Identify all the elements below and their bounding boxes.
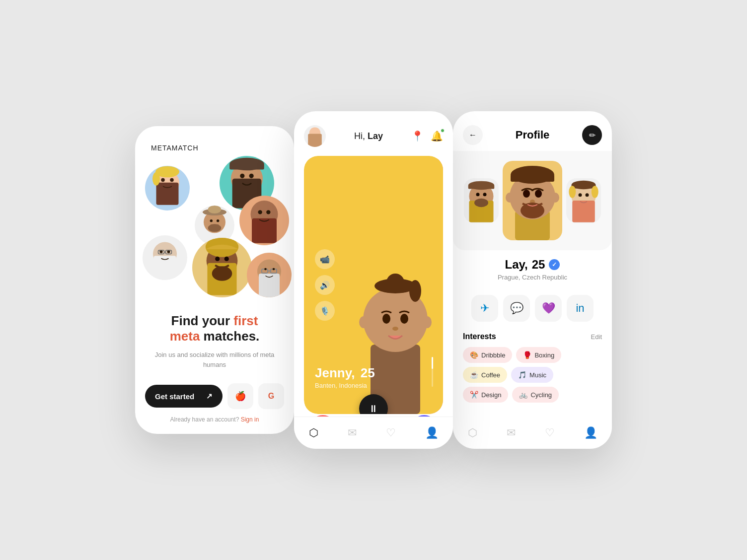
svg-point-11: [249, 174, 254, 178]
avatar-4: [239, 196, 289, 245]
edit-button[interactable]: ✏: [582, 125, 602, 145]
headline-first: first: [233, 313, 258, 328]
nav-heart-icon[interactable]: ♡: [386, 426, 396, 439]
svg-rect-57: [468, 185, 495, 189]
profile-title: Profile: [516, 129, 549, 141]
signin-prompt: Already have an account? Sign in: [135, 416, 294, 423]
music-icon: 🎵: [518, 371, 526, 379]
interest-coffee[interactable]: ☕ Coffee: [463, 367, 507, 383]
interests-title: Interests: [463, 332, 496, 341]
interest-dribbble[interactable]: 🎨 Dribbble: [463, 347, 512, 363]
get-started-label: Get started: [155, 392, 194, 401]
telegram-button[interactable]: ✈: [471, 295, 498, 322]
user-avatar-small: [304, 125, 326, 147]
profile-avatar-left: [464, 178, 499, 223]
match-card[interactable]: 📹 🔊 🎙️: [304, 156, 443, 414]
avatars-area: [135, 156, 294, 305]
subtext: Join us and socialize with millions of m…: [150, 350, 279, 369]
design-label: Design: [481, 391, 501, 399]
svg-point-52: [359, 316, 368, 328]
coffee-label: Coffee: [481, 371, 500, 379]
audio-control[interactable]: 🔊: [315, 275, 335, 295]
messenger-button[interactable]: 💜: [535, 295, 562, 322]
nav-home-icon-p3[interactable]: ⬡: [468, 426, 477, 439]
app-logo: METAMATCH: [151, 144, 199, 152]
svg-point-10: [240, 174, 244, 178]
svg-point-41: [273, 268, 275, 271]
video-control[interactable]: 📹: [315, 249, 335, 269]
nav-message-icon-p3[interactable]: ✉: [507, 426, 516, 439]
interests-grid: 🎨 Dribbble 🥊 Boxing ☕ Coffee 🎵 Music ✂️: [463, 347, 602, 403]
interest-cycling[interactable]: 🚲 Cycling: [512, 387, 559, 403]
svg-point-76: [592, 186, 598, 198]
svg-point-17: [208, 224, 222, 232]
boxing-label: Boxing: [534, 351, 554, 359]
nav-message-icon[interactable]: ✉: [348, 426, 357, 439]
profile-socials: ✈ 💬 💜 in: [463, 295, 602, 322]
discord-button[interactable]: 💬: [503, 295, 530, 322]
apple-login-button[interactable]: 🍎: [227, 383, 253, 409]
greeting-name: Lay: [368, 131, 383, 141]
cycling-icon: 🚲: [519, 391, 527, 399]
match-location: Banten, Indonesia: [315, 382, 375, 389]
svg-point-50: [400, 314, 408, 324]
dribbble-icon: 🎨: [470, 351, 478, 359]
profile-header: ← Profile ✏: [463, 125, 602, 145]
svg-point-20: [258, 210, 262, 214]
mic-control[interactable]: 🎙️: [315, 301, 335, 321]
linkedin-button[interactable]: in: [567, 295, 594, 322]
match-info: Jenny, 25 Banten, Indonesia: [315, 365, 375, 389]
profile-location: Prague, Czech Republic: [453, 274, 612, 281]
header-icons: 📍 🔔: [411, 130, 443, 142]
svg-point-21: [266, 210, 270, 214]
get-started-button[interactable]: Get started ↗: [145, 385, 223, 408]
headline: Find your first meta matches.: [150, 313, 279, 344]
design-icon: ✂️: [470, 391, 478, 399]
logo-match: MATCH: [172, 144, 199, 152]
interest-boxing[interactable]: 🥊 Boxing: [516, 347, 561, 363]
svg-point-49: [382, 314, 390, 324]
svg-rect-1: [156, 183, 179, 205]
svg-point-40: [264, 268, 267, 271]
svg-point-65: [523, 190, 530, 198]
google-login-button[interactable]: G: [258, 383, 284, 409]
card-background-main: 📹 🔊 🎙️: [304, 156, 443, 414]
location-icon[interactable]: 📍: [411, 130, 424, 142]
logo-meta: META: [151, 144, 172, 152]
nav-profile-icon-p3[interactable]: 👤: [584, 426, 598, 439]
interest-music[interactable]: 🎵 Music: [511, 367, 553, 383]
svg-point-59: [476, 193, 480, 196]
svg-point-5: [152, 172, 160, 186]
svg-rect-9: [229, 164, 264, 170]
svg-rect-72: [572, 201, 595, 222]
back-button[interactable]: ←: [463, 125, 483, 145]
svg-point-16: [217, 219, 219, 222]
svg-point-75: [569, 186, 576, 198]
svg-point-3: [170, 178, 174, 182]
card-progress-bar: [432, 357, 433, 387]
nav-home-icon[interactable]: ⬡: [309, 426, 318, 439]
phone-profile: ← Profile ✏: [453, 111, 612, 449]
nav-heart-icon-p3[interactable]: ♡: [545, 426, 555, 439]
profile-user-info: Lay, 25 ✓ Prague, Czech Republic: [453, 258, 612, 281]
nav-profile-icon[interactable]: 👤: [425, 426, 439, 439]
svg-point-78: [586, 193, 589, 197]
boxing-icon: 🥊: [523, 351, 531, 359]
arrow-icon: ↗: [206, 392, 213, 401]
svg-point-14: [208, 206, 222, 213]
svg-point-25: [167, 250, 170, 253]
interest-design[interactable]: ✂️ Design: [463, 387, 508, 403]
avatar-7: [247, 253, 292, 297]
greeting-hi: Hi,: [354, 131, 368, 141]
interests-header: Interests Edit: [463, 332, 602, 341]
svg-point-24: [160, 250, 163, 253]
interests-edit-button[interactable]: Edit: [591, 333, 602, 341]
card-progress-fill: [432, 357, 433, 369]
match-age: 25: [361, 365, 375, 380]
profile-age: 25: [532, 258, 545, 272]
notification-icon[interactable]: 🔔: [431, 130, 443, 142]
svg-point-2: [161, 178, 165, 182]
signin-link[interactable]: Sign in: [241, 416, 259, 423]
profile-name: Lay, 25 ✓: [453, 258, 612, 272]
profile-avatar-main: [503, 161, 562, 240]
